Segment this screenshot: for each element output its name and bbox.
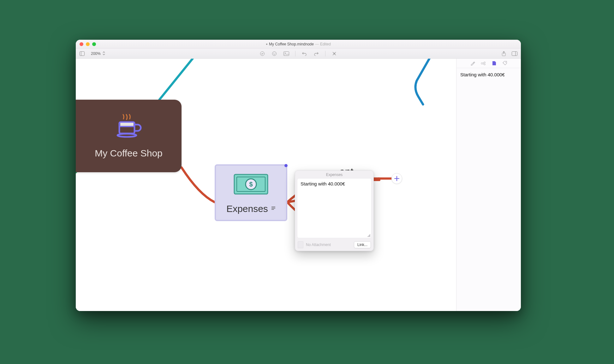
svg-point-27 <box>484 64 486 65</box>
svg-rect-0 <box>80 51 85 56</box>
expenses-node[interactable]: $ Expenses <box>215 164 287 221</box>
resize-handle[interactable] <box>367 234 370 237</box>
inspector-panel: Starting with 40.000€ <box>456 59 521 311</box>
coffee-cup-icon <box>115 113 143 143</box>
svg-point-30 <box>505 62 506 62</box>
notes-tab[interactable] <box>492 61 497 66</box>
root-node[interactable]: My Coffee Shop <box>76 100 182 172</box>
popover-title: Expenses <box>295 171 373 178</box>
svg-point-7 <box>285 52 286 53</box>
zoom-value: 200% <box>91 51 101 56</box>
note-text-area[interactable]: Starting with 40.000€ <box>297 178 372 238</box>
svg-rect-10 <box>512 51 517 56</box>
link-button[interactable]: Link... <box>354 241 371 248</box>
note-popover: Expenses Starting with 40.000€ No Attach… <box>295 170 374 251</box>
svg-text:$: $ <box>249 181 253 188</box>
style-tab[interactable] <box>470 61 475 66</box>
document-filename: My Coffee Shop.mindnode <box>269 42 314 46</box>
svg-point-5 <box>275 53 276 53</box>
inspector-tabs <box>456 59 521 68</box>
title-separator: — <box>315 42 319 46</box>
minimize-window-button[interactable] <box>86 42 90 46</box>
fullscreen-window-button[interactable] <box>92 42 96 46</box>
svg-point-25 <box>481 62 483 64</box>
share-button[interactable] <box>501 50 507 57</box>
inspector-note-text[interactable]: Starting with 40.000€ <box>456 68 521 81</box>
selection-handle[interactable] <box>284 164 288 167</box>
svg-point-3 <box>272 51 277 56</box>
toolbar: 200% <box>76 49 521 59</box>
close-window-button[interactable] <box>80 42 83 46</box>
mindmap-canvas[interactable]: My Coffee Shop $ Expenses <box>76 59 456 311</box>
window-controls <box>80 42 96 46</box>
app-window: ● My Coffee Shop.mindnode — Edited 200% <box>76 40 521 311</box>
emoji-button[interactable] <box>271 50 277 57</box>
document-status: Edited <box>320 42 331 46</box>
tags-tab[interactable] <box>502 61 507 66</box>
svg-point-26 <box>484 62 486 63</box>
note-text-content: Starting with 40.000€ <box>301 181 345 186</box>
content-area: My Coffee Shop $ Expenses <box>76 59 521 311</box>
toolbar-separator <box>325 51 325 56</box>
add-child-button[interactable] <box>391 173 402 184</box>
svg-point-4 <box>273 53 274 53</box>
svg-rect-15 <box>120 123 134 126</box>
window-title: ● My Coffee Shop.mindnode — Edited <box>266 42 331 46</box>
expenses-node-label: Expenses <box>226 203 268 214</box>
zoom-stepper[interactable]: 200% <box>89 51 107 56</box>
undo-button[interactable] <box>301 50 307 57</box>
layout-tab[interactable] <box>481 61 486 66</box>
attachment-label: No Attachment <box>306 243 331 247</box>
toggle-inspector-button[interactable] <box>511 50 518 57</box>
stepper-arrows-icon <box>103 51 105 56</box>
toolbar-separator <box>295 51 295 56</box>
image-button[interactable] <box>283 50 289 57</box>
inspector-note-content: Starting with 40.000€ <box>460 72 505 77</box>
popover-footer: No Attachment Link... <box>295 239 373 251</box>
svg-point-2 <box>260 51 265 56</box>
toggle-outline-button[interactable] <box>79 50 85 57</box>
root-node-label: My Coffee Shop <box>95 148 163 159</box>
titlebar: ● My Coffee Shop.mindnode — Edited <box>76 40 521 49</box>
redo-button[interactable] <box>313 50 319 57</box>
task-button[interactable] <box>259 50 265 57</box>
svg-point-14 <box>117 134 136 137</box>
focus-mode-button[interactable] <box>331 50 337 57</box>
svg-line-28 <box>483 62 484 63</box>
svg-line-29 <box>483 64 484 64</box>
money-icon: $ <box>234 174 268 196</box>
notes-indicator-icon[interactable] <box>271 206 276 212</box>
modified-dot-icon: ● <box>266 42 268 46</box>
attachment-icon <box>298 241 303 248</box>
